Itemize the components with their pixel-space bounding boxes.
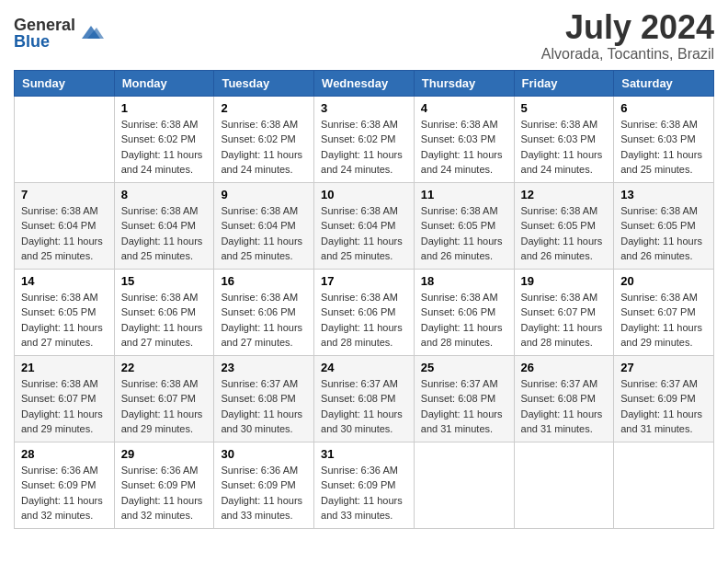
day-number: 11: [421, 188, 507, 201]
day-number: 18: [421, 274, 507, 288]
day-number: 12: [521, 188, 608, 201]
day-number: 5: [521, 101, 608, 115]
day-cell: 22Sunrise: 6:38 AMSunset: 6:07 PMDayligh…: [114, 355, 214, 442]
header-cell-monday: Monday: [114, 70, 214, 96]
day-cell: 27Sunrise: 6:37 AMSunset: 6:09 PMDayligh…: [614, 355, 714, 442]
header-cell-thursday: Thursday: [414, 70, 514, 96]
location: Alvorada, Tocantins, Brazil: [541, 46, 714, 63]
calendar-header: SundayMondayTuesdayWednesdayThursdayFrid…: [15, 70, 714, 96]
day-info: Sunrise: 6:38 AMSunset: 6:04 PMDaylight:…: [321, 203, 407, 264]
day-cell: 5Sunrise: 6:38 AMSunset: 6:03 PMDaylight…: [514, 96, 614, 182]
week-row-2: 7Sunrise: 6:38 AMSunset: 6:04 PMDaylight…: [15, 182, 714, 269]
day-number: 28: [21, 447, 108, 461]
day-info: Sunrise: 6:38 AMSunset: 6:02 PMDaylight:…: [221, 117, 307, 178]
day-cell: 9Sunrise: 6:38 AMSunset: 6:04 PMDaylight…: [214, 182, 314, 269]
day-info: Sunrise: 6:36 AMSunset: 6:09 PMDaylight:…: [21, 463, 108, 523]
day-info: Sunrise: 6:36 AMSunset: 6:09 PMDaylight:…: [121, 463, 208, 523]
day-info: Sunrise: 6:38 AMSunset: 6:05 PMDaylight:…: [521, 203, 608, 264]
day-cell: 21Sunrise: 6:38 AMSunset: 6:07 PMDayligh…: [15, 355, 115, 442]
day-cell: 13Sunrise: 6:38 AMSunset: 6:05 PMDayligh…: [614, 182, 714, 269]
day-number: 25: [421, 361, 507, 374]
day-number: 26: [521, 361, 608, 374]
day-number: 16: [221, 274, 307, 288]
day-info: Sunrise: 6:37 AMSunset: 6:08 PMDaylight:…: [521, 376, 608, 437]
day-cell: 2Sunrise: 6:38 AMSunset: 6:02 PMDaylight…: [214, 96, 314, 182]
header-row: SundayMondayTuesdayWednesdayThursdayFrid…: [15, 70, 714, 96]
day-number: 13: [620, 188, 707, 201]
day-cell: 28Sunrise: 6:36 AMSunset: 6:09 PMDayligh…: [15, 442, 115, 528]
day-info: Sunrise: 6:38 AMSunset: 6:06 PMDaylight:…: [221, 290, 307, 350]
day-cell: 24Sunrise: 6:37 AMSunset: 6:08 PMDayligh…: [314, 355, 415, 442]
day-number: 17: [321, 274, 407, 288]
header-cell-wednesday: Wednesday: [314, 70, 415, 96]
day-info: Sunrise: 6:37 AMSunset: 6:09 PMDaylight:…: [620, 376, 707, 437]
logo-blue: Blue: [14, 33, 75, 50]
month-title: July 2024: [541, 9, 714, 46]
day-cell: 16Sunrise: 6:38 AMSunset: 6:06 PMDayligh…: [214, 269, 314, 355]
day-cell: 6Sunrise: 6:38 AMSunset: 6:03 PMDaylight…: [614, 96, 714, 182]
day-cell: 29Sunrise: 6:36 AMSunset: 6:09 PMDayligh…: [114, 442, 214, 528]
day-cell: 8Sunrise: 6:38 AMSunset: 6:04 PMDaylight…: [114, 182, 214, 269]
day-number: 29: [121, 447, 208, 461]
day-number: 10: [321, 188, 407, 201]
day-cell: 7Sunrise: 6:38 AMSunset: 6:04 PMDaylight…: [15, 182, 115, 269]
day-number: 21: [21, 361, 108, 374]
day-info: Sunrise: 6:38 AMSunset: 6:07 PMDaylight:…: [21, 376, 108, 437]
day-info: Sunrise: 6:38 AMSunset: 6:06 PMDaylight:…: [321, 290, 407, 350]
day-info: Sunrise: 6:38 AMSunset: 6:04 PMDaylight:…: [121, 203, 208, 264]
day-info: Sunrise: 6:38 AMSunset: 6:07 PMDaylight:…: [620, 290, 707, 350]
logo-icon: [78, 20, 104, 46]
day-cell: 4Sunrise: 6:38 AMSunset: 6:03 PMDaylight…: [414, 96, 514, 182]
day-info: Sunrise: 6:37 AMSunset: 6:08 PMDaylight:…: [321, 376, 407, 437]
header-cell-friday: Friday: [514, 70, 614, 96]
day-number: 7: [21, 188, 108, 201]
week-row-4: 21Sunrise: 6:38 AMSunset: 6:07 PMDayligh…: [15, 355, 714, 442]
day-info: Sunrise: 6:38 AMSunset: 6:07 PMDaylight:…: [521, 290, 608, 350]
header-cell-saturday: Saturday: [614, 70, 714, 96]
day-number: 6: [620, 101, 707, 115]
day-info: Sunrise: 6:38 AMSunset: 6:06 PMDaylight:…: [121, 290, 208, 350]
day-info: Sunrise: 6:38 AMSunset: 6:05 PMDaylight:…: [620, 203, 707, 264]
logo: General Blue: [14, 17, 104, 50]
day-info: Sunrise: 6:38 AMSunset: 6:04 PMDaylight:…: [221, 203, 307, 264]
day-cell: 17Sunrise: 6:38 AMSunset: 6:06 PMDayligh…: [314, 269, 415, 355]
day-number: 2: [221, 101, 307, 115]
page-header: General Blue July 2024 Alvorada, Tocanti…: [14, 9, 714, 63]
day-number: 1: [121, 101, 208, 115]
day-cell: 10Sunrise: 6:38 AMSunset: 6:04 PMDayligh…: [314, 182, 415, 269]
day-cell: 19Sunrise: 6:38 AMSunset: 6:07 PMDayligh…: [514, 269, 614, 355]
day-cell: [15, 96, 115, 182]
day-info: Sunrise: 6:38 AMSunset: 6:03 PMDaylight:…: [620, 117, 707, 178]
day-number: 22: [121, 361, 208, 374]
logo-general: General: [14, 17, 75, 33]
day-cell: [514, 442, 614, 528]
week-row-3: 14Sunrise: 6:38 AMSunset: 6:05 PMDayligh…: [15, 269, 714, 355]
day-cell: 18Sunrise: 6:38 AMSunset: 6:06 PMDayligh…: [414, 269, 514, 355]
day-number: 9: [221, 188, 307, 201]
day-cell: 14Sunrise: 6:38 AMSunset: 6:05 PMDayligh…: [15, 269, 115, 355]
day-info: Sunrise: 6:38 AMSunset: 6:05 PMDaylight:…: [421, 203, 507, 264]
day-number: 20: [620, 274, 707, 288]
day-cell: [614, 442, 714, 528]
day-cell: 11Sunrise: 6:38 AMSunset: 6:05 PMDayligh…: [414, 182, 514, 269]
day-info: Sunrise: 6:38 AMSunset: 6:07 PMDaylight:…: [121, 376, 208, 437]
day-info: Sunrise: 6:36 AMSunset: 6:09 PMDaylight:…: [221, 463, 307, 523]
day-number: 8: [121, 188, 208, 201]
day-cell: 23Sunrise: 6:37 AMSunset: 6:08 PMDayligh…: [214, 355, 314, 442]
day-cell: [414, 442, 514, 528]
day-info: Sunrise: 6:38 AMSunset: 6:05 PMDaylight:…: [21, 290, 108, 350]
day-cell: 15Sunrise: 6:38 AMSunset: 6:06 PMDayligh…: [114, 269, 214, 355]
day-info: Sunrise: 6:38 AMSunset: 6:03 PMDaylight:…: [421, 117, 507, 178]
header-cell-sunday: Sunday: [15, 70, 115, 96]
calendar-body: 1Sunrise: 6:38 AMSunset: 6:02 PMDaylight…: [15, 96, 714, 528]
day-info: Sunrise: 6:36 AMSunset: 6:09 PMDaylight:…: [321, 463, 407, 523]
calendar-table: SundayMondayTuesdayWednesdayThursdayFrid…: [14, 70, 714, 529]
day-cell: 31Sunrise: 6:36 AMSunset: 6:09 PMDayligh…: [314, 442, 415, 528]
header-cell-tuesday: Tuesday: [214, 70, 314, 96]
day-number: 23: [221, 361, 307, 374]
day-cell: 30Sunrise: 6:36 AMSunset: 6:09 PMDayligh…: [214, 442, 314, 528]
day-info: Sunrise: 6:37 AMSunset: 6:08 PMDaylight:…: [221, 376, 307, 437]
logo-text: General Blue: [14, 17, 75, 50]
day-info: Sunrise: 6:38 AMSunset: 6:04 PMDaylight:…: [21, 203, 108, 264]
day-number: 14: [21, 274, 108, 288]
